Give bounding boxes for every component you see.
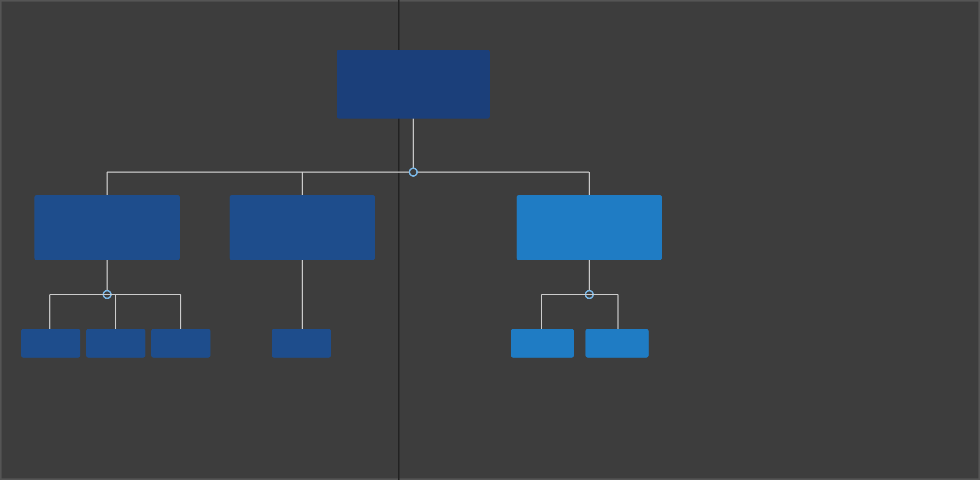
public-ip-prefix-right-box bbox=[517, 195, 662, 260]
svg-point-7 bbox=[103, 291, 111, 298]
svg-point-14 bbox=[585, 291, 593, 298]
ip-box-right-1 bbox=[511, 329, 574, 358]
page bbox=[0, 0, 980, 480]
ip-box-right-2 bbox=[585, 329, 649, 358]
public-ip-prefix-left-box bbox=[34, 195, 180, 260]
ip-box-left-2 bbox=[86, 329, 145, 358]
svg-point-2 bbox=[409, 168, 417, 176]
ip-box-mid-1 bbox=[272, 329, 331, 358]
ip-box-left-1 bbox=[21, 329, 80, 358]
ip-box-left-3 bbox=[151, 329, 210, 358]
custom-ip-prefix-box bbox=[337, 50, 490, 119]
public-ip-prefix-middle-box bbox=[230, 195, 375, 260]
